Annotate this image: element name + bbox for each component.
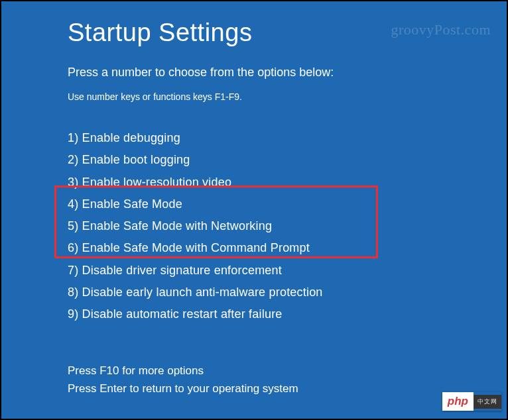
options-list: 1) Enable debugging 2) Enable boot loggi…: [68, 127, 507, 326]
option-5[interactable]: 5) Enable Safe Mode with Networking: [68, 215, 507, 237]
watermark-logo-right: 中文网: [474, 395, 501, 409]
footer-return: Press Enter to return to your operating …: [68, 380, 298, 397]
option-6[interactable]: 6) Enable Safe Mode with Command Prompt: [68, 237, 507, 259]
screen-background: Startup Settings Press a number to choos…: [1, 1, 507, 419]
option-4[interactable]: 4) Enable Safe Mode: [68, 193, 507, 215]
hint-text: Use number keys or functions keys F1-F9.: [68, 91, 507, 102]
option-3[interactable]: 3) Enable low-resolution video: [68, 172, 507, 193]
subtitle-text: Press a number to choose from the option…: [68, 66, 507, 79]
watermark-logo: php 中文网: [442, 392, 501, 411]
option-9[interactable]: 9) Disable automatic restart after failu…: [68, 303, 507, 325]
option-7[interactable]: 7) Disable driver signature enforcement: [68, 260, 507, 282]
option-8[interactable]: 8) Disable early launch anti-malware pro…: [68, 282, 507, 303]
option-2[interactable]: 2) Enable boot logging: [68, 149, 507, 171]
content-area: Startup Settings Press a number to choos…: [1, 1, 507, 419]
option-1[interactable]: 1) Enable debugging: [68, 127, 507, 149]
watermark-source: groovyPost.com: [391, 21, 491, 38]
footer-more-options: Press F10 for more options: [68, 362, 298, 380]
watermark-logo-left: php: [442, 392, 474, 411]
footer-area: Press F10 for more options Press Enter t…: [68, 362, 298, 397]
